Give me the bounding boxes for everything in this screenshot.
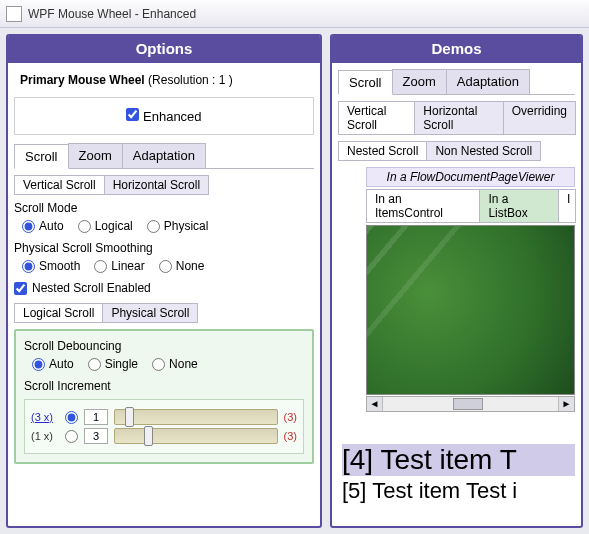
debouncing-label: Scroll Debouncing xyxy=(24,339,304,353)
options-subtabs: Vertical Scroll Horizontal Scroll xyxy=(14,175,314,195)
enhanced-checkbox[interactable] xyxy=(126,108,139,121)
increment-val-1[interactable]: 3 xyxy=(84,428,108,444)
debouncing-single[interactable]: Single xyxy=(88,357,138,371)
demos-tab-scroll[interactable]: Scroll xyxy=(338,70,393,95)
increment-slider-1[interactable] xyxy=(114,428,278,444)
increment-label: Scroll Increment xyxy=(24,379,304,393)
increment-radio-1[interactable] xyxy=(65,430,78,443)
increment-row-0: (3 x) 1 (3) xyxy=(31,409,297,425)
increment-val-0[interactable]: 1 xyxy=(84,409,108,425)
increment-max-1: (3) xyxy=(284,430,297,442)
increment-box: (3 x) 1 (3) (1 x) 3 (3) xyxy=(24,399,304,454)
docviewer-header: In a FlowDocumentPageViewer xyxy=(366,167,575,187)
list-item-cut xyxy=(342,434,575,442)
debouncing-none[interactable]: None xyxy=(152,357,198,371)
mult-link-0[interactable]: (3 x) xyxy=(31,411,59,423)
scroll-mode-label: Scroll Mode xyxy=(14,201,314,215)
debouncing-group: Auto Single None xyxy=(24,357,304,371)
demos-subtab-vertical[interactable]: Vertical Scroll xyxy=(338,101,415,135)
increment-max-0: (3) xyxy=(284,411,297,423)
demos-panel: Demos Scroll Zoom Adaptation Vertical Sc… xyxy=(330,34,583,528)
options-tabs: Scroll Zoom Adaptation xyxy=(14,143,314,169)
subtab-horizontal[interactable]: Horizontal Scroll xyxy=(104,175,209,195)
nested-tab-logical[interactable]: Logical Scroll xyxy=(14,303,103,323)
increment-radio-0[interactable] xyxy=(65,411,78,424)
smoothing-label: Physical Scroll Smoothing xyxy=(14,241,314,255)
demos-header: Demos xyxy=(332,36,581,63)
demos-subtab-nonnested[interactable]: Non Nested Scroll xyxy=(426,141,541,161)
demos-tabs: Scroll Zoom Adaptation xyxy=(338,69,575,95)
demos-subtab-horizontal[interactable]: Horizontal Scroll xyxy=(414,101,503,135)
smoothing-linear[interactable]: Linear xyxy=(94,259,144,273)
options-panel: Options Primary Mouse Wheel (Resolution … xyxy=(6,34,322,528)
tab-scroll[interactable]: Scroll xyxy=(14,144,69,169)
inner-tab-listbox[interactable]: In a ListBox xyxy=(479,189,559,223)
smoothing-smooth[interactable]: Smooth xyxy=(22,259,80,273)
hscroll-track[interactable] xyxy=(383,397,558,411)
scroll-mode-physical[interactable]: Physical xyxy=(147,219,209,233)
increment-row-1: (1 x) 3 (3) xyxy=(31,428,297,444)
inner-tab-itemscontrol[interactable]: In an ItemsControl xyxy=(366,189,480,223)
tab-adaptation[interactable]: Adaptation xyxy=(122,143,206,168)
leaf-image xyxy=(366,225,575,395)
list-item-5[interactable]: [5] Test item Test i xyxy=(342,478,575,504)
nested-enabled-row[interactable]: Nested Scroll Enabled xyxy=(14,281,314,295)
scroll-mode-group: Auto Logical Physical xyxy=(14,219,314,233)
image-hscrollbar[interactable]: ◄ ► xyxy=(366,396,575,412)
list-item-4[interactable]: [4] Test item T xyxy=(342,444,575,476)
inner-tabs: In an ItemsControl In a ListBox I xyxy=(366,189,575,223)
demos-subtab-overriding[interactable]: Overriding xyxy=(503,101,576,135)
demos-subtabs1: Vertical Scroll Horizontal Scroll Overri… xyxy=(338,101,575,135)
nested-scroll-box: Scroll Debouncing Auto Single None Scrol… xyxy=(14,329,314,464)
app-icon xyxy=(6,6,22,22)
list-area: [4] Test item T [5] Test item Test i xyxy=(338,430,575,506)
demos-subtabs2: Nested Scroll Non Nested Scroll xyxy=(338,141,575,161)
subtab-vertical[interactable]: Vertical Scroll xyxy=(14,175,105,195)
demos-tab-zoom[interactable]: Zoom xyxy=(392,69,447,94)
demos-tab-adaptation[interactable]: Adaptation xyxy=(446,69,530,94)
hscroll-right-arrow[interactable]: ► xyxy=(558,397,574,411)
titlebar: WPF Mouse Wheel - Enhanced xyxy=(0,0,589,28)
mult-link-1[interactable]: (1 x) xyxy=(31,430,59,442)
demos-subtab-nested[interactable]: Nested Scroll xyxy=(338,141,427,161)
nested-enabled-checkbox[interactable] xyxy=(14,282,27,295)
hscroll-thumb[interactable] xyxy=(453,398,483,410)
increment-slider-0[interactable] xyxy=(114,409,278,425)
inner-tab-cut[interactable]: I xyxy=(558,189,576,223)
tab-zoom[interactable]: Zoom xyxy=(68,143,123,168)
primary-wheel-label: Primary Mouse Wheel (Resolution : 1 ) xyxy=(14,69,314,91)
nested-tab-physical[interactable]: Physical Scroll xyxy=(102,303,198,323)
options-header: Options xyxy=(8,36,320,63)
debouncing-auto[interactable]: Auto xyxy=(32,357,74,371)
scroll-mode-logical[interactable]: Logical xyxy=(78,219,133,233)
window-title: WPF Mouse Wheel - Enhanced xyxy=(28,7,196,21)
scroll-mode-auto[interactable]: Auto xyxy=(22,219,64,233)
smoothing-group: Smooth Linear None xyxy=(14,259,314,273)
hscroll-left-arrow[interactable]: ◄ xyxy=(367,397,383,411)
nested-tabs: Logical Scroll Physical Scroll xyxy=(14,303,314,323)
enhanced-checkbox-row[interactable]: Enhanced xyxy=(14,97,314,135)
smoothing-none[interactable]: None xyxy=(159,259,205,273)
